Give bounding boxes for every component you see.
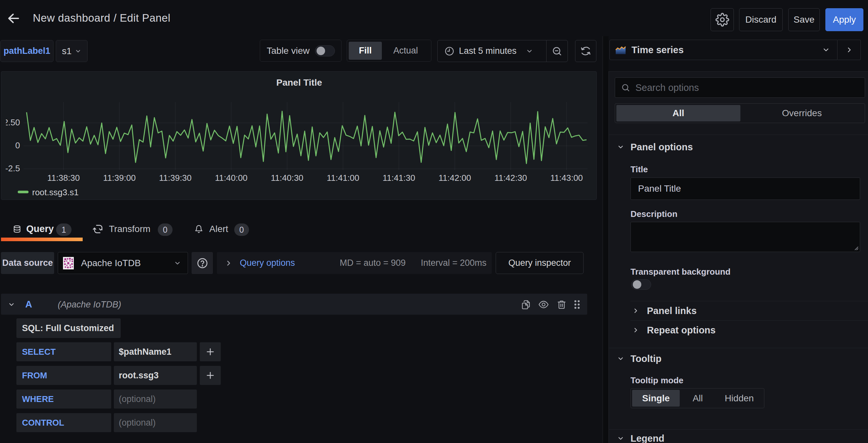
svg-text:-2.5: -2.5 (5, 164, 20, 173)
svg-text:11:41:30: 11:41:30 (382, 173, 415, 183)
svg-text:11:40:00: 11:40:00 (215, 173, 247, 183)
svg-text:11:41:00: 11:41:00 (327, 173, 359, 183)
svg-text:11:42:00: 11:42:00 (439, 173, 471, 183)
svg-text:11:39:30: 11:39:30 (159, 173, 192, 183)
svg-text:11:42:30: 11:42:30 (494, 173, 527, 183)
svg-text:2.50: 2.50 (3, 117, 20, 127)
svg-text:11:38:30: 11:38:30 (47, 173, 80, 183)
svg-text:11:39:00: 11:39:00 (103, 173, 135, 183)
svg-text:root.ssg3.s1: root.ssg3.s1 (32, 187, 79, 197)
svg-text:11:43:00: 11:43:00 (551, 173, 583, 183)
svg-text:11:40:30: 11:40:30 (271, 173, 304, 183)
svg-text:0: 0 (16, 141, 20, 150)
